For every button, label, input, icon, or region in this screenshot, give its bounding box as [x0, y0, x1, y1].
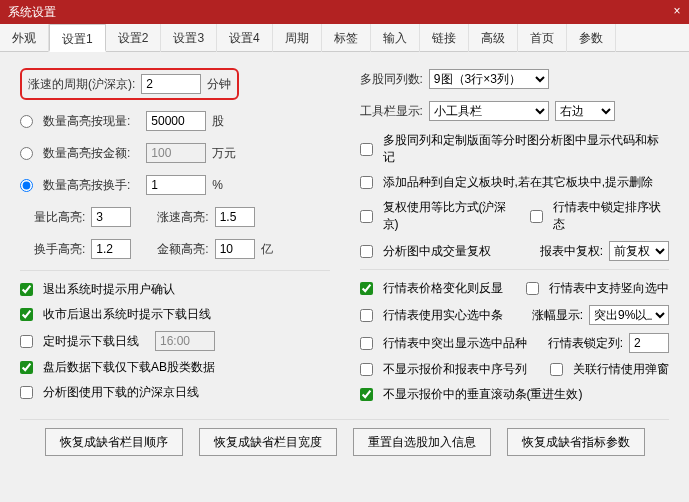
highlight-by-volume-label: 数量高亮按现量:	[43, 113, 130, 130]
highlight-by-turnover-label: 数量高亮按换手:	[43, 177, 130, 194]
solid-bar-label: 行情表使用实心选中条	[383, 307, 503, 324]
hsj-daily-label: 分析图使用下载的沪深京日线	[43, 384, 199, 401]
window-title: 系统设置	[8, 5, 56, 19]
tab-labels[interactable]: 标签	[322, 24, 371, 52]
sort-lock-label: 行情表中锁定排序状态	[553, 199, 669, 233]
rise-speed-period-unit: 分钟	[207, 76, 231, 93]
rise-speed-period-box: 涨速的周期(沪深京): 分钟	[20, 68, 239, 100]
sort-lock-checkbox[interactable]	[530, 210, 543, 223]
turnover-hl-input[interactable]	[91, 239, 131, 259]
highlight-by-volume-input[interactable]	[146, 111, 206, 131]
toolbar-select[interactable]: 小工具栏	[429, 101, 549, 121]
lock-col-input[interactable]	[629, 333, 669, 353]
highlight-by-volume-radio[interactable]	[20, 115, 33, 128]
hide-seq-checkbox[interactable]	[360, 363, 373, 376]
solid-bar-checkbox[interactable]	[360, 309, 373, 322]
footer: 恢复成缺省栏目顺序 恢复成缺省栏目宽度 重置自选股加入信息 恢复成缺省指标参数	[0, 420, 689, 468]
lock-col-label: 行情表锁定列:	[548, 335, 623, 352]
tab-settings1[interactable]: 设置1	[49, 24, 106, 52]
amount-hl-label: 金额高亮:	[157, 241, 208, 258]
toolbar-pos-select[interactable]: 右边	[555, 101, 615, 121]
tab-settings4[interactable]: 设置4	[217, 24, 273, 52]
titlebar: 系统设置 ×	[0, 0, 689, 24]
add-variety-label: 添加品种到自定义板块时,若在其它板块中,提示删除	[383, 174, 654, 191]
restore-indicator-params-button[interactable]: 恢复成缺省指标参数	[507, 428, 645, 456]
ab-only-label: 盘后数据下载仅下载AB股类数据	[43, 359, 215, 376]
vol-fq-label: 分析图中成交量复权	[383, 243, 491, 260]
close-icon[interactable]: ×	[669, 4, 685, 20]
fq-ratio-label: 复权使用等比方式(沪深京)	[383, 199, 518, 233]
highlight-by-amount-radio[interactable]	[20, 147, 33, 160]
tab-settings2[interactable]: 设置2	[106, 24, 162, 52]
speed-hl-input[interactable]	[215, 207, 255, 227]
show-code-checkbox[interactable]	[360, 143, 373, 156]
hide-seq-label: 不显示报价和报表中序号列	[383, 361, 527, 378]
highlight-by-amount-unit: 万元	[212, 145, 236, 162]
tab-input[interactable]: 输入	[371, 24, 420, 52]
vertical-sel-label: 行情表中支持竖向选中	[549, 280, 669, 297]
toolbar-label: 工具栏显示:	[360, 103, 423, 120]
timed-dl-checkbox[interactable]	[20, 335, 33, 348]
highlight-sel-label: 行情表中突出显示选中品种	[383, 335, 527, 352]
highlight-sel-checkbox[interactable]	[360, 337, 373, 350]
highlight-by-volume-unit: 股	[212, 113, 224, 130]
price-invert-checkbox[interactable]	[360, 282, 373, 295]
speed-hl-label: 涨速高亮:	[157, 209, 208, 226]
report-fq-select[interactable]: 前复权	[609, 241, 669, 261]
volratio-hl-input[interactable]	[91, 207, 131, 227]
highlight-by-amount-input[interactable]	[146, 143, 206, 163]
vol-fq-checkbox[interactable]	[360, 245, 373, 258]
hsj-daily-checkbox[interactable]	[20, 386, 33, 399]
vertical-sel-checkbox[interactable]	[526, 282, 539, 295]
exit-confirm-checkbox[interactable]	[20, 283, 33, 296]
tab-settings3[interactable]: 设置3	[161, 24, 217, 52]
multi-col-label: 多股同列数:	[360, 71, 423, 88]
link-popup-checkbox[interactable]	[550, 363, 563, 376]
left-column: 涨速的周期(沪深京): 分钟 数量高亮按现量: 股 数量高亮按金额: 万元 数量…	[20, 68, 330, 411]
reset-favorites-button[interactable]: 重置自选股加入信息	[353, 428, 491, 456]
rise-speed-period-label: 涨速的周期(沪深京):	[28, 76, 135, 93]
timed-dl-input[interactable]	[155, 331, 215, 351]
multi-col-select[interactable]: 9图（3行×3列）	[429, 69, 549, 89]
amount-hl-input[interactable]	[215, 239, 255, 259]
volratio-hl-label: 量比高亮:	[34, 209, 85, 226]
exit-confirm-label: 退出系统时提示用户确认	[43, 281, 175, 298]
rise-speed-period-input[interactable]	[141, 74, 201, 94]
turnover-hl-label: 换手高亮:	[34, 241, 85, 258]
amount-hl-unit: 亿	[261, 241, 273, 258]
restore-col-width-button[interactable]: 恢复成缺省栏目宽度	[199, 428, 337, 456]
after-close-dl-checkbox[interactable]	[20, 308, 33, 321]
hide-vscroll-checkbox[interactable]	[360, 388, 373, 401]
restore-col-order-button[interactable]: 恢复成缺省栏目顺序	[45, 428, 183, 456]
rise-display-select[interactable]: 突出9%以上	[589, 305, 669, 325]
report-fq-label: 报表中复权:	[540, 243, 603, 260]
add-variety-checkbox[interactable]	[360, 176, 373, 189]
price-invert-label: 行情表价格变化则反显	[383, 280, 503, 297]
tab-params[interactable]: 参数	[567, 24, 616, 52]
highlight-by-amount-label: 数量高亮按金额:	[43, 145, 130, 162]
hide-vscroll-label: 不显示报价中的垂直滚动条(重进生效)	[383, 386, 583, 403]
tab-appearance[interactable]: 外观	[0, 24, 49, 52]
tab-link[interactable]: 链接	[420, 24, 469, 52]
ab-only-checkbox[interactable]	[20, 361, 33, 374]
tab-advanced[interactable]: 高级	[469, 24, 518, 52]
rise-display-label: 涨幅显示:	[532, 307, 583, 324]
fq-ratio-checkbox[interactable]	[360, 210, 373, 223]
after-close-dl-label: 收市后退出系统时提示下载日线	[43, 306, 211, 323]
right-column: 多股同列数: 9图（3行×3列） 工具栏显示: 小工具栏 右边 多股同列和定制版…	[360, 68, 670, 411]
link-popup-label: 关联行情使用弹窗	[573, 361, 669, 378]
tab-home[interactable]: 首页	[518, 24, 567, 52]
timed-dl-label: 定时提示下载日线	[43, 333, 139, 350]
separator	[20, 270, 330, 271]
tabs: 外观 设置1 设置2 设置3 设置4 周期 标签 输入 链接 高级 首页 参数	[0, 24, 689, 52]
tab-period[interactable]: 周期	[273, 24, 322, 52]
separator-right	[360, 269, 670, 270]
highlight-by-turnover-radio[interactable]	[20, 179, 33, 192]
show-code-label: 多股同列和定制版面等分时图分析图中显示代码和标记	[383, 132, 670, 166]
highlight-by-turnover-input[interactable]	[146, 175, 206, 195]
highlight-by-turnover-unit: %	[212, 178, 223, 192]
